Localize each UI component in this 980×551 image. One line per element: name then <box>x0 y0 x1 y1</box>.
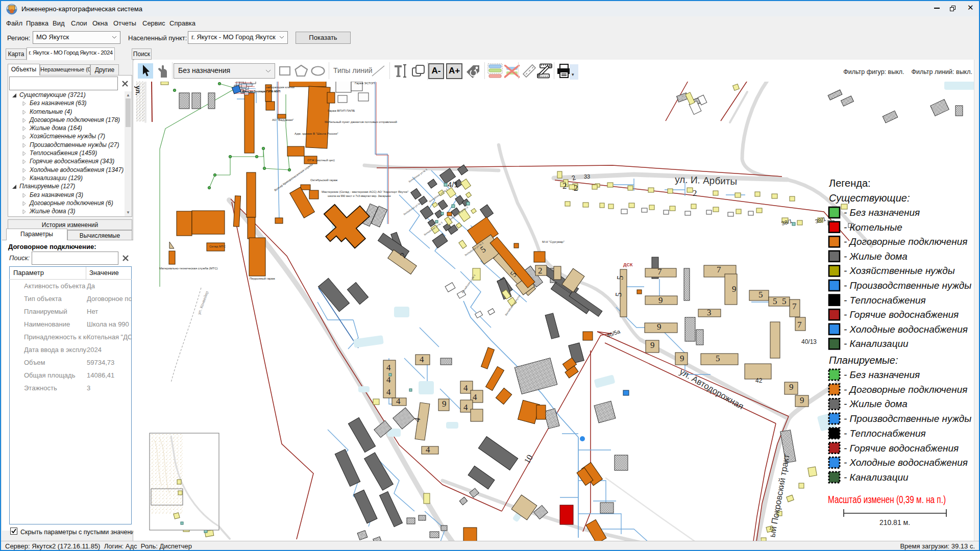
svg-text:ОТЖ (азотный цех): ОТЖ (азотный цех) <box>307 159 335 162</box>
svg-text:Легенда:: Легенда: <box>829 178 871 189</box>
svg-text:- Договорные подключения: - Договорные подключения <box>844 384 967 395</box>
svg-text:9: 9 <box>650 340 655 350</box>
svg-text:9: 9 <box>789 382 794 392</box>
svg-text:лаборатория клетки: лаборатория клетки <box>266 86 295 89</box>
svg-text:школа на 990 мест и 7х3 кварта: школа на 990 мест и 7х3 квартал мкр. Зас… <box>328 194 391 197</box>
svg-text:- Холодные водоснабжения: - Холодные водоснабжения <box>844 457 968 468</box>
svg-text:42: 42 <box>755 377 763 384</box>
svg-text:4: 4 <box>386 387 391 397</box>
svg-text:- Жилые дома: - Жилые дома <box>844 398 908 409</box>
svg-text:4: 4 <box>473 392 477 402</box>
svg-text:- Без назначения: - Без назначения <box>844 369 920 380</box>
svg-text:Масштаб изменен (0,39 м. на п.: Масштаб изменен (0,39 м. на п.) <box>828 494 946 505</box>
svg-text:5: 5 <box>716 354 720 363</box>
svg-text:7: 7 <box>792 302 797 311</box>
svg-text:- Производственные нужды: - Производственные нужды <box>844 413 971 424</box>
svg-text:2: 2 <box>574 183 578 193</box>
svg-text:Мастерские (Склад - мастерская: Мастерские (Склад - мастерская АСС) АО "… <box>322 190 408 193</box>
svg-text:4: 4 <box>426 445 430 455</box>
svg-text:2: 2 <box>538 266 543 276</box>
svg-text:40/13: 40/13 <box>801 338 817 345</box>
svg-text:Существующие:: Существующие: <box>829 192 910 204</box>
svg-text:- Горячие водоснабжения: - Горячие водоснабжения <box>844 309 959 320</box>
svg-text:4: 4 <box>463 383 468 393</box>
svg-text:7: 7 <box>797 320 802 330</box>
svg-text:4: 4 <box>396 396 401 406</box>
svg-text:9: 9 <box>800 395 804 405</box>
svg-text:5: 5 <box>758 290 763 299</box>
svg-text:- Котельные: - Котельные <box>844 222 902 233</box>
svg-text:ДСК: ДСК <box>623 262 633 267</box>
svg-text:9: 9 <box>442 399 447 409</box>
svg-text:9: 9 <box>657 322 662 332</box>
svg-text:Мебельный пункт джекетов почто: Мебельный пункт джекетов почтовых отправ… <box>325 120 397 123</box>
svg-text:М-Н "Сургумар": М-Н "Сургумар" <box>542 240 565 243</box>
svg-text:4: 4 <box>386 375 391 385</box>
svg-text:4/1: 4/1 <box>448 180 458 189</box>
svg-text:5: 5 <box>615 275 625 280</box>
svg-text:- Теплоснабжения: - Теплоснабжения <box>844 295 926 306</box>
svg-text:33: 33 <box>584 173 590 180</box>
svg-text:5: 5 <box>782 296 787 306</box>
svg-text:- Договорные подключения: - Договорные подключения <box>844 236 967 247</box>
svg-text:2: 2 <box>562 181 567 191</box>
svg-text:Материально-техническая служба: Материально-техническая служба (МТС) <box>159 267 218 270</box>
svg-text:- Теплоснабжения: - Теплоснабжения <box>844 428 926 439</box>
svg-text:9: 9 <box>680 354 684 363</box>
svg-text:- Производственные нужды: - Производственные нужды <box>844 280 971 291</box>
svg-text:4: 4 <box>463 403 468 412</box>
svg-text:Планируемые:: Планируемые: <box>829 355 898 366</box>
svg-text:Адм. здание В "Школа России": Адм. здание В "Школа России" <box>295 132 338 135</box>
svg-text:3: 3 <box>707 308 712 317</box>
svg-text:Перронный гараж: Перронный гараж <box>250 277 275 280</box>
svg-text:ул. И. Арбиты: ул. И. Арбиты <box>675 174 738 187</box>
svg-text:- Канализации: - Канализации <box>844 472 909 483</box>
svg-text:Октябрьский гараж: Октябрьский гараж <box>310 179 337 182</box>
svg-text:АО "Вадужная": АО "Вадужная" <box>272 118 293 121</box>
svg-text:- Жилые дома: - Жилые дома <box>844 251 908 262</box>
svg-text:- Горячие водоснабжения: - Горячие водоснабжения <box>844 443 959 454</box>
svg-text:9: 9 <box>732 284 737 294</box>
svg-text:Склад МТС: Склад МТС <box>209 245 226 248</box>
svg-text:5: 5 <box>614 292 624 297</box>
svg-text:5: 5 <box>773 296 777 306</box>
svg-text:Гараж ВПУП ПАПБ: Гараж ВПУП ПАПБ <box>328 109 355 112</box>
svg-text:- Холодные водоснабжения: - Холодные водоснабжения <box>844 324 968 335</box>
svg-text:7: 7 <box>657 267 662 277</box>
svg-text:- Без назначения: - Без назначения <box>844 207 920 218</box>
svg-text:2: 2 <box>693 188 697 198</box>
svg-text:Ийысан-Зоопарк ГУПК-МУП: Ийысан-Зоопарк ГУПК-МУП <box>242 90 280 93</box>
svg-text:Гараж ЭСТОП: Гараж ЭСТОП <box>355 82 375 85</box>
svg-text:7: 7 <box>717 265 721 274</box>
svg-text:ул.: ул. <box>134 86 142 95</box>
svg-text:4: 4 <box>386 363 391 372</box>
svg-text:- Канализации: - Канализации <box>844 338 909 349</box>
svg-text:210.81 м.: 210.81 м. <box>879 518 910 527</box>
svg-text:9: 9 <box>658 295 663 305</box>
svg-text:- Хозяйственные нужды: - Хозяйственные нужды <box>844 265 955 276</box>
svg-text:4: 4 <box>420 355 424 364</box>
